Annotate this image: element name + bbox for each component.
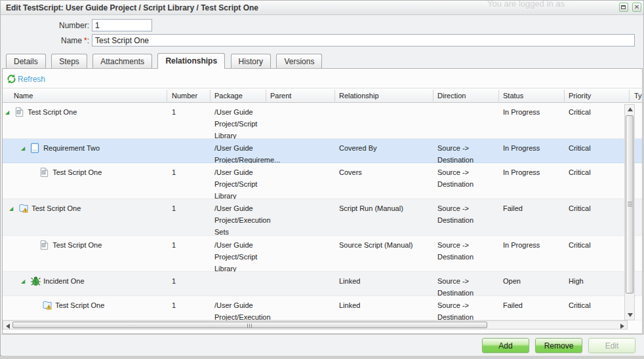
col-header-package[interactable]: Package (214, 92, 243, 100)
col-header-priority[interactable]: Priority (569, 92, 591, 100)
refresh-icon (7, 74, 16, 84)
row-direction: Source -> Destination (437, 275, 483, 299)
scroll-left-arrow-icon[interactable] (6, 324, 10, 329)
page: You are logged in as Edit TestScript: Us… (0, 0, 644, 359)
row-priority: Critical (569, 239, 621, 251)
scroll-right-arrow-icon[interactable] (620, 324, 624, 329)
tab-history[interactable]: History (231, 54, 271, 69)
row-status: In Progress (503, 142, 562, 154)
horizontal-scrollbar[interactable] (3, 320, 628, 330)
row-package: /User Guide Project/Execution Sets (214, 202, 270, 238)
scroll-up-arrow-icon[interactable] (628, 107, 633, 111)
col-header-number[interactable]: Number (172, 92, 197, 100)
table-row[interactable]: ◢ Incident One 1 Linked Source -> Destin… (3, 272, 642, 296)
row-priority: Critical (569, 106, 621, 118)
tab-steps[interactable]: Steps (51, 54, 87, 69)
vertical-scrollbar[interactable] (624, 104, 635, 320)
row-relationship: Linked (339, 275, 431, 287)
table-row[interactable]: ◢ Test Script One 1 /User Guide Project/… (3, 163, 642, 199)
row-name: Requirement Two (43, 144, 100, 152)
table-row[interactable]: ◢ Test Script One 1 /User Guide Project/… (3, 236, 642, 272)
row-number: 1 (172, 239, 205, 251)
col-header-parent[interactable]: Parent (270, 92, 291, 100)
dialog-title: Edit TestScript: User Guide Project / Sc… (6, 3, 258, 12)
row-relationship: Linked (339, 299, 431, 311)
expand-triangle-icon[interactable]: ◢ (5, 107, 12, 119)
test-script-icon (14, 107, 26, 121)
remove-button[interactable]: Remove (535, 338, 582, 353)
tab-relationships[interactable]: Relationships (157, 53, 225, 69)
row-number: 1 (172, 299, 205, 311)
dialog-footer: Add Remove Edit (1, 334, 644, 356)
row-relationship: Source Script (Manual) (339, 239, 431, 251)
refresh-link[interactable]: Refresh (7, 73, 45, 85)
col-header-direction[interactable]: Direction (437, 92, 466, 100)
tab-details[interactable]: Details (6, 54, 46, 69)
expand-triangle-icon[interactable]: ◢ (21, 276, 28, 288)
table-row[interactable]: ◢ Test Script One 1 /User Guide Project/… (3, 103, 642, 139)
requirement-icon (30, 143, 41, 157)
row-number: 1 (172, 202, 205, 214)
tab-versions[interactable]: Versions (276, 54, 322, 69)
row-number: 1 (172, 275, 205, 287)
vertical-scroll-thumb[interactable] (626, 115, 634, 293)
row-package: /User Guide Project/Execution (214, 299, 270, 320)
relationships-panel: Refresh Name Number Package Parent Relat… (2, 68, 643, 334)
horizontal-scroll-thumb[interactable] (12, 322, 487, 328)
row-priority: Critical (569, 202, 621, 214)
row-status: In Progress (503, 106, 562, 118)
tab-strip: Details Steps Attachments Relationships … (6, 53, 325, 69)
col-header-status[interactable]: Status (503, 92, 523, 100)
incident-bug-icon (30, 276, 41, 290)
table-row-selected[interactable]: ◢ Requirement Two /User Guide Project/Re… (3, 139, 642, 163)
row-package: /User Guide Project/Requireme... (214, 142, 270, 166)
row-status: Failed (503, 202, 562, 214)
row-priority: High (569, 275, 621, 287)
grid-header: Name Number Package Parent Relationship … (3, 88, 642, 103)
table-row[interactable]: ◢ Test Script One 1 /User Guide Project/… (3, 199, 642, 236)
row-status: Failed (503, 299, 562, 311)
test-run-icon (42, 300, 53, 314)
add-button[interactable]: Add (482, 338, 529, 353)
number-label: Number: (26, 21, 89, 30)
row-number: 1 (172, 166, 205, 178)
scroll-grip-icon (628, 202, 632, 207)
row-direction: Source -> Destination (437, 166, 483, 190)
row-direction: Source -> Destination (437, 239, 483, 263)
scroll-down-arrow-icon[interactable] (628, 313, 633, 317)
name-input[interactable] (92, 34, 635, 47)
test-script-icon (39, 240, 50, 254)
expand-triangle-icon[interactable]: ◢ (9, 203, 16, 215)
row-package: /User Guide Project/Script Library (214, 239, 270, 274)
scroll-grip-icon (247, 324, 252, 328)
row-status: In Progress (503, 239, 562, 251)
table-row[interactable]: ◢ Test Script One 1 /User Guide Project/… (3, 296, 642, 320)
row-name: Test Script One (28, 108, 77, 116)
row-name: Test Script One (31, 204, 81, 212)
col-header-relationship[interactable]: Relationship (339, 92, 379, 100)
row-priority: Critical (569, 166, 621, 178)
row-name: Test Script One (55, 301, 104, 309)
grid-toolbar: Refresh (3, 69, 642, 87)
row-relationship: Covered By (339, 142, 431, 154)
maximize-button[interactable] (619, 3, 628, 12)
grid-body: ◢ Test Script One 1 /User Guide Project/… (3, 103, 642, 320)
close-icon: ✕ (634, 3, 639, 10)
expand-triangle-icon[interactable]: ◢ (21, 143, 28, 155)
row-status: In Progress (503, 166, 562, 178)
col-header-name[interactable]: Name (14, 92, 33, 100)
row-name: Incident One (43, 277, 84, 285)
tab-attachments[interactable]: Attachments (92, 54, 152, 69)
test-script-icon (39, 167, 50, 181)
dialog-titlebar[interactable]: You are logged in as Edit TestScript: Us… (1, 1, 643, 15)
row-status: Open (503, 275, 562, 287)
edit-testscript-dialog: You are logged in as Edit TestScript: Us… (0, 0, 644, 356)
col-header-type[interactable]: Ty (634, 92, 642, 100)
row-direction: Source -> Destination (437, 299, 483, 320)
close-button[interactable]: ✕ (632, 3, 641, 12)
row-relationship: Covers (339, 166, 431, 178)
row-name: Test Script One (52, 168, 102, 176)
number-input[interactable] (92, 19, 152, 31)
background-page-text: You are logged in as (487, 0, 565, 9)
row-package: /User Guide Project/Script Library (214, 166, 270, 202)
